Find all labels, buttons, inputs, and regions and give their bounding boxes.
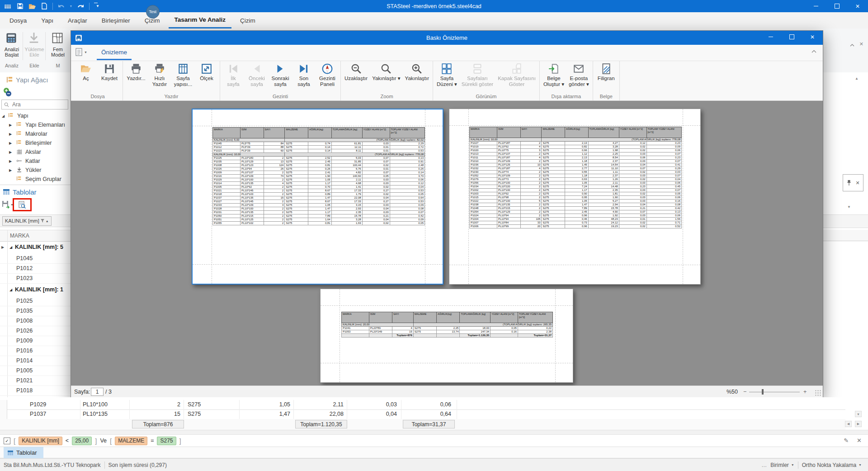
redo-icon[interactable] bbox=[77, 2, 85, 10]
ribbon-button-analizi-başlat[interactable]: AnaliziBaşlat bbox=[1, 31, 23, 61]
filter-conjunction[interactable]: Ve bbox=[100, 438, 107, 444]
preview-page-2[interactable]: MARKAİSİMSAYIMALZEMEAĞIRLIK(kg)TOPLAMAĞI… bbox=[449, 109, 701, 285]
toolbar-button-yazdır[interactable]: Yazdır... bbox=[124, 61, 148, 81]
menu-tab-çizim[interactable]: Çizim bbox=[234, 12, 261, 29]
menu-tab-çizim[interactable]: ÇizimTest bbox=[139, 12, 166, 29]
marka-list-item[interactable]: P1005 bbox=[0, 366, 71, 376]
marka-list-item[interactable]: P1035 bbox=[0, 306, 71, 316]
collapsed-arrow-icon[interactable]: ▶ bbox=[9, 150, 12, 154]
tree-item-seçim-gruplar[interactable]: Seçim Gruplar bbox=[0, 175, 71, 184]
marka-list-item[interactable]: P1008 bbox=[0, 316, 71, 326]
grid-row[interactable]: P1037PL10*13515S2751,4722,080,040,64 bbox=[0, 409, 845, 419]
toolbar-button-gezinti-paneli[interactable]: GezintiPaneli bbox=[316, 61, 339, 87]
toolbar-button-hızlı-yazdır[interactable]: HızlıYazdır bbox=[148, 61, 171, 87]
menu-tab-birleşimler[interactable]: Birleşimler bbox=[96, 12, 136, 29]
tree-item-birleşimler[interactable]: ▶Birleşimler bbox=[0, 138, 71, 147]
tree-item-yükler[interactable]: ▶Yükler bbox=[0, 166, 71, 175]
open-icon[interactable] bbox=[28, 2, 36, 10]
zoom-out-slider-icon[interactable]: − bbox=[743, 389, 746, 395]
menu-tab-araçlar[interactable]: Araçlar bbox=[62, 12, 93, 29]
toolbar-button-uzaklaştır[interactable]: Uzaklaştır bbox=[342, 61, 370, 81]
marka-list-item[interactable]: P1009 bbox=[0, 336, 71, 346]
more-options-icon[interactable]: … bbox=[761, 462, 767, 468]
scroll-up-icon[interactable]: ▲ bbox=[855, 76, 859, 81]
expand-collapse-icon[interactable] bbox=[3, 87, 13, 97]
toolbar-button-e-posta-gönder[interactable]: E-postagönder ▾ bbox=[566, 61, 591, 87]
filter-operator[interactable]: < bbox=[66, 438, 69, 444]
zoom-slider-handle[interactable] bbox=[762, 389, 764, 395]
clear-filter-icon[interactable]: ✕ bbox=[857, 437, 862, 444]
marka-list-item[interactable]: P1025 bbox=[0, 296, 71, 306]
collapsed-arrow-icon[interactable]: ▶ bbox=[9, 123, 12, 127]
filter-operator[interactable]: = bbox=[151, 438, 154, 444]
marka-list-item[interactable]: P1014 bbox=[0, 356, 71, 366]
close-button[interactable]: ✕ bbox=[847, 0, 868, 12]
snap-selector[interactable]: Ortho Nokta Yakalama bbox=[802, 462, 856, 468]
group-by-chip[interactable]: KALINLIK [mm] ▲ bbox=[2, 216, 52, 226]
grid-row[interactable]: P1029PL10*1002S2751,052,110,030,06 bbox=[0, 400, 845, 410]
edit-filter-icon[interactable]: ✎ bbox=[844, 437, 849, 444]
marka-list-item[interactable]: P1026 bbox=[0, 326, 71, 336]
ribbon-button-fem-model[interactable]: FemModel bbox=[47, 31, 69, 61]
tree-item-akslar[interactable]: ▶Akslar bbox=[0, 147, 71, 157]
filter-value-chip[interactable]: S275 bbox=[157, 437, 176, 445]
maximize-button[interactable] bbox=[826, 0, 847, 12]
toolbar-button-son-sayfa[interactable]: Sonsayfa bbox=[292, 61, 316, 87]
undo-icon[interactable] bbox=[57, 2, 65, 10]
tree-item-yapı-elemanları[interactable]: ▶Yapı Elemanları bbox=[0, 120, 71, 129]
toolbar-button-aç[interactable]: Aç bbox=[74, 61, 98, 81]
save-icon[interactable] bbox=[16, 2, 24, 10]
tree-item-makrolar[interactable]: ▶Makrolar bbox=[0, 129, 71, 138]
horizontal-scrollbar[interactable] bbox=[0, 430, 868, 435]
toolbar-button-sonraki-sayfa[interactable]: Sonrakisayfa bbox=[269, 61, 292, 87]
scroll-down-icon[interactable]: ▼ bbox=[847, 205, 851, 209]
tree-item-yapı[interactable]: ◢Yapı bbox=[0, 111, 71, 120]
marka-list-item[interactable]: P1016 bbox=[0, 346, 71, 356]
tab-onizleme[interactable]: Önizleme bbox=[97, 47, 132, 60]
file-menu-icon[interactable]: ▼ bbox=[75, 48, 87, 57]
zoom-in-slider-icon[interactable]: + bbox=[803, 389, 807, 395]
print-preview-button[interactable] bbox=[13, 198, 32, 211]
collapsed-arrow-icon[interactable]: ▶ bbox=[9, 141, 12, 145]
marka-list-item[interactable]: P1012 bbox=[0, 263, 71, 274]
menu-tab-tasarım-ve-analiz[interactable]: Tasarım Ve Analiz bbox=[169, 12, 231, 29]
toolbar-button-sayfa-yapısı[interactable]: Sayfayapısı... bbox=[171, 61, 195, 87]
filter-field-chip[interactable]: KALINLIK [mm] bbox=[19, 437, 62, 445]
units-selector[interactable]: Birimler bbox=[770, 462, 789, 468]
tree-search-box[interactable] bbox=[1, 100, 68, 109]
marka-list-item[interactable]: P1018 bbox=[0, 385, 71, 396]
toolbar-button-kaydet[interactable]: Kaydet bbox=[98, 61, 121, 81]
column-header-marka[interactable]: MARKA bbox=[10, 233, 29, 239]
undo-dropdown-icon[interactable]: ▼ bbox=[69, 2, 73, 10]
zoom-slider-track[interactable] bbox=[749, 392, 800, 392]
toolbar-button-yakınlaştır[interactable]: Yakınlaştır bbox=[403, 61, 431, 81]
scroll-left-icon[interactable]: ◀ bbox=[845, 421, 852, 427]
toolbar-button-yakınlaştır[interactable]: Yakınlaştır ▾ bbox=[370, 61, 402, 81]
preview-page-1[interactable]: MARKAİSİMSAYIMALZEMEAĞIRLIK(kg)TOPLAMAĞI… bbox=[192, 109, 443, 285]
new-file-icon[interactable] bbox=[40, 2, 48, 10]
marka-group-row[interactable]: ◢KALINLIK [mm]: 1 bbox=[0, 283, 71, 296]
filter-checkbox[interactable]: ✓ bbox=[4, 438, 10, 444]
expanded-arrow-icon[interactable]: ◢ bbox=[2, 114, 5, 118]
minimize-button[interactable] bbox=[806, 0, 826, 12]
toolbar-button-filigran[interactable]: Filigran bbox=[594, 61, 618, 81]
collapsed-arrow-icon[interactable]: ▶ bbox=[9, 159, 12, 163]
group-expanded-icon[interactable]: ◢ bbox=[9, 288, 12, 292]
marka-list-item[interactable]: P1045 bbox=[0, 253, 71, 264]
marka-list-item[interactable]: P1023 bbox=[0, 273, 71, 284]
scroll-down-icon[interactable]: ▼ bbox=[855, 411, 862, 417]
filter-value-chip[interactable]: 25,00 bbox=[72, 437, 92, 445]
search-input[interactable] bbox=[11, 101, 63, 108]
ribbon-collapse-icon[interactable] bbox=[850, 43, 854, 47]
menu-tab-dosya[interactable]: Dosya bbox=[4, 12, 33, 29]
dialog-close-button[interactable]: ✕ bbox=[802, 31, 823, 43]
tab-tablolar[interactable]: Tablolar bbox=[4, 447, 43, 458]
scroll-right-icon[interactable]: ▶ bbox=[855, 421, 862, 427]
collapsed-arrow-icon[interactable]: ▶ bbox=[9, 132, 12, 136]
tree-item-katlar[interactable]: ▶Katlar bbox=[0, 157, 71, 166]
toolbar-button-belge-oluştur[interactable]: BelgeOluştur ▾ bbox=[541, 61, 566, 87]
collapsed-arrow-icon[interactable]: ▶ bbox=[9, 168, 12, 172]
pin-icon[interactable] bbox=[846, 180, 852, 186]
dialog-minimize-button[interactable] bbox=[760, 31, 781, 43]
collapse-ribbon-icon[interactable] bbox=[811, 50, 816, 53]
